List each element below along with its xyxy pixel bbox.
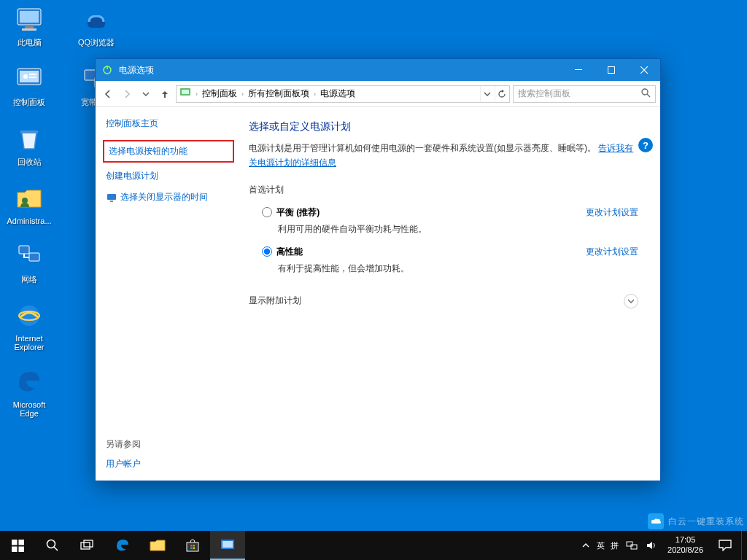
edge-icon: [13, 366, 45, 398]
desktop-icon-controlpanel[interactable]: 控制面板: [4, 63, 54, 108]
refresh-button[interactable]: [495, 86, 508, 102]
svg-point-6: [23, 74, 28, 79]
system-tray: 英 拼 17:05 2020/8/26: [578, 531, 747, 560]
tray-clock[interactable]: 17:05 2020/8/26: [662, 535, 709, 556]
svg-rect-34: [187, 542, 198, 551]
change-plan-link[interactable]: 更改计划设置: [586, 246, 638, 258]
recent-dropdown[interactable]: [138, 86, 154, 102]
crumb-leaf[interactable]: 电源选项: [319, 88, 357, 100]
sidebar-item-power-button[interactable]: 选择电源按钮的功能: [103, 140, 234, 163]
ime-indicator-lang[interactable]: 英: [594, 531, 608, 560]
close-button[interactable]: [627, 59, 660, 81]
window-title: 电源选项: [119, 64, 562, 77]
svg-rect-9: [20, 131, 38, 133]
plan-balanced: 平衡 (推荐) 更改计划设置 利用可用的硬件自动平衡功耗与性能。: [262, 206, 638, 236]
taskview-button[interactable]: [70, 531, 105, 560]
forward-button[interactable]: [119, 86, 135, 102]
svg-rect-24: [107, 194, 116, 200]
svg-point-31: [47, 540, 55, 548]
back-button[interactable]: [100, 86, 116, 102]
taskbar-store[interactable]: [175, 531, 210, 560]
desktop-icon-thispc[interactable]: 此电脑: [4, 3, 54, 48]
svg-point-23: [642, 89, 648, 95]
label: 回收站: [18, 157, 42, 168]
minimize-button[interactable]: [562, 59, 595, 81]
start-button[interactable]: [0, 531, 35, 560]
sidebar-link-user-accounts[interactable]: 用户帐户: [106, 458, 231, 470]
taskbar: 英 拼 17:05 2020/8/26: [0, 531, 747, 560]
window-power-options: 电源选项 › 控制面板 › 所有控制面板项 › 电源选项 搜索控制面板: [95, 58, 661, 481]
network-icon: [13, 240, 45, 272]
tray-volume-icon[interactable]: [642, 531, 662, 560]
up-button[interactable]: [157, 86, 173, 102]
window-body: ? 控制面板主页 选择电源按钮的功能 创建电源计划 选择关闭显示器的时间 另请参…: [96, 107, 660, 481]
sidebar-item-create-plan[interactable]: 创建电源计划: [106, 166, 231, 187]
desktop-icon-recyclebin[interactable]: 回收站: [4, 122, 54, 168]
label: 选择电源按钮的功能: [109, 145, 187, 158]
main-content: 选择或自定义电源计划 电源计划是用于管理计算机如何使用电源的一套硬件和系统设置(…: [241, 107, 660, 481]
plan-highperf: 高性能 更改计划设置 有利于提高性能，但会增加功耗。: [262, 246, 638, 275]
time: 17:05: [667, 535, 703, 545]
label: 显示附加计划: [249, 295, 301, 307]
ime-indicator-mode[interactable]: 拼: [608, 531, 622, 560]
search-input[interactable]: 搜索控制面板: [513, 85, 656, 103]
taskbar-explorer[interactable]: [140, 531, 175, 560]
show-additional-plans[interactable]: 显示附加计划: [249, 294, 638, 308]
tray-overflow[interactable]: [578, 531, 594, 560]
ie-icon: [13, 300, 45, 332]
control-panel-icon: [179, 87, 191, 101]
svg-rect-27: [12, 540, 18, 545]
svg-rect-40: [222, 541, 233, 548]
sidebar-item-display-off[interactable]: 选择关闭显示器的时间: [106, 187, 231, 208]
window-controls: [562, 59, 660, 81]
folder-user-icon: [13, 182, 45, 214]
plan-radio-highperf[interactable]: 高性能: [262, 246, 303, 258]
taskbar-edge[interactable]: [105, 531, 140, 560]
svg-rect-36: [193, 545, 196, 547]
description: 电源计划是用于管理计算机如何使用电源的一套硬件和系统设置(如显示器亮度、睡眠等)…: [249, 141, 638, 171]
plan-name: 平衡 (推荐): [276, 206, 320, 219]
crumb-mid[interactable]: 所有控制面板项: [247, 88, 311, 100]
action-center-button[interactable]: [709, 531, 741, 560]
svg-rect-12: [29, 253, 39, 261]
desktop-icon-network[interactable]: 网络: [4, 240, 54, 285]
svg-rect-3: [22, 28, 36, 31]
address-bar[interactable]: › 控制面板 › 所有控制面板项 › 电源选项: [176, 85, 510, 103]
desktop-icon-ie[interactable]: Internet Explorer: [4, 300, 54, 351]
sidebar-home[interactable]: 控制面板主页: [106, 117, 231, 130]
maximize-button[interactable]: [595, 59, 627, 81]
label: 控制面板: [13, 97, 45, 108]
svg-rect-2: [25, 26, 34, 28]
svg-rect-20: [608, 67, 614, 74]
label: Administra...: [7, 217, 51, 225]
svg-rect-29: [12, 546, 18, 552]
tray-network-icon[interactable]: [622, 531, 642, 560]
address-dropdown[interactable]: [480, 86, 493, 102]
plan-radio-balanced[interactable]: 平衡 (推荐): [262, 206, 320, 219]
desktop-icon-edge[interactable]: Microsoft Edge: [4, 366, 54, 418]
svg-rect-7: [29, 74, 36, 75]
svg-rect-19: [575, 69, 582, 70]
power-icon: [101, 64, 113, 76]
search-button[interactable]: [35, 531, 70, 560]
svg-rect-35: [190, 545, 193, 547]
crumb-root[interactable]: 控制面板: [201, 88, 239, 100]
desktop-icon-qqbrowser[interactable]: QQ浏览器: [71, 3, 121, 48]
svg-rect-25: [110, 201, 113, 202]
change-plan-link[interactable]: 更改计划设置: [586, 206, 638, 219]
show-desktop-button[interactable]: [741, 531, 746, 560]
date: 2020/8/26: [667, 545, 703, 556]
svg-rect-41: [627, 542, 632, 546]
svg-rect-11: [19, 246, 29, 254]
taskbar-controlpanel-active[interactable]: [210, 531, 245, 560]
label: Internet Explorer: [4, 334, 54, 351]
plan-note: 有利于提高性能，但会增加功耗。: [278, 262, 638, 275]
search-placeholder: 搜索控制面板: [518, 88, 570, 100]
display-icon: [106, 192, 117, 203]
chevron-right-icon: ›: [312, 90, 317, 98]
titlebar[interactable]: 电源选项: [96, 59, 660, 81]
qq-browser-icon: [80, 3, 112, 35]
label: Microsoft Edge: [4, 400, 54, 418]
desktop-icon-admin[interactable]: Administra...: [4, 182, 54, 225]
search-icon: [641, 88, 651, 100]
